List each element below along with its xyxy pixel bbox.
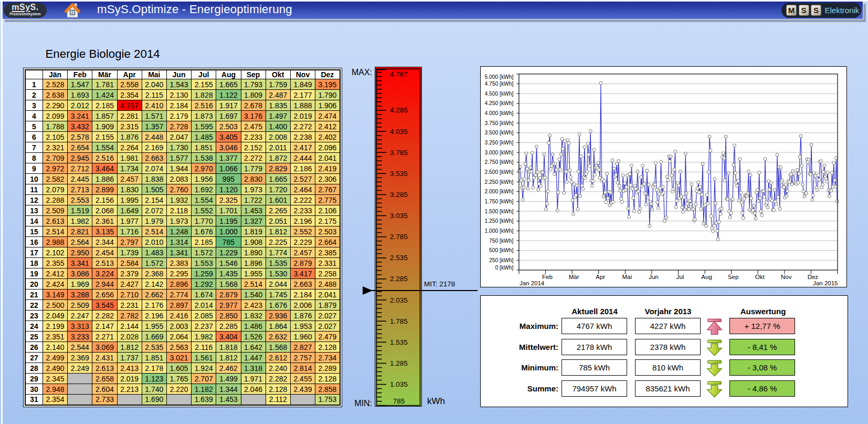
svg-text:3.500 [kWh]: 3.500 [kWh] xyxy=(484,130,513,136)
svg-text:2.785: 2.785 xyxy=(390,233,408,241)
svg-text:2.000 [kWh]: 2.000 [kWh] xyxy=(484,189,513,194)
svg-text:Jan 2015: Jan 2015 xyxy=(813,280,838,286)
svg-text:4.750 [kWh]: 4.750 [kWh] xyxy=(484,81,513,87)
svg-text:Jun: Jun xyxy=(649,273,659,280)
svg-text:4.500 [kWh]: 4.500 [kWh] xyxy=(484,90,513,96)
svg-text:785: 785 xyxy=(393,397,405,405)
svg-text:Apr: Apr xyxy=(596,273,605,280)
svg-text:3.250 [kWh]: 3.250 [kWh] xyxy=(484,140,513,146)
svg-text:2.750 [kWh]: 2.750 [kWh] xyxy=(484,159,513,165)
svg-text:4.035: 4.035 xyxy=(390,127,408,135)
svg-text:1.035: 1.035 xyxy=(390,380,408,388)
svg-text:1.785: 1.785 xyxy=(390,317,408,325)
svg-text:3.000 [kWh]: 3.000 [kWh] xyxy=(484,149,513,155)
svg-text:3.035: 3.035 xyxy=(390,212,408,220)
svg-text:3.785: 3.785 xyxy=(390,148,408,156)
svg-text:2.250 [kWh]: 2.250 [kWh] xyxy=(484,179,513,184)
svg-text:2.500 [kWh]: 2.500 [kWh] xyxy=(484,169,513,175)
svg-text:1.500 [kWh]: 1.500 [kWh] xyxy=(484,208,513,214)
svg-text:4.285: 4.285 xyxy=(390,106,408,114)
svg-text:1.285: 1.285 xyxy=(390,359,408,367)
svg-text:1.535: 1.535 xyxy=(390,338,408,346)
svg-text:4.000 [kWh]: 4.000 [kWh] xyxy=(484,110,513,116)
svg-text:Aug: Aug xyxy=(701,273,712,280)
svg-text:Jan 2014: Jan 2014 xyxy=(519,280,544,286)
svg-text:5.000 [kWh]: 5.000 [kWh] xyxy=(484,74,513,79)
svg-text:Mär: Mär xyxy=(568,273,579,280)
svg-text:1.000 [kWh]: 1.000 [kWh] xyxy=(484,228,513,234)
svg-text:2.035: 2.035 xyxy=(390,296,408,304)
svg-text:750 [kWh]: 750 [kWh] xyxy=(489,237,513,243)
svg-text:Feb: Feb xyxy=(542,273,553,280)
svg-text:1.750 [kWh]: 1.750 [kWh] xyxy=(484,199,513,204)
svg-text:3.750 [kWh]: 3.750 [kWh] xyxy=(484,120,513,126)
svg-text:Sep: Sep xyxy=(727,273,738,280)
svg-text:250 [kWh]: 250 [kWh] xyxy=(489,257,513,263)
svg-text:0 [kWh]: 0 [kWh] xyxy=(495,264,513,270)
svg-text:Jul: Jul xyxy=(676,273,684,280)
svg-text:4.767: 4.767 xyxy=(390,70,408,78)
svg-text:Nov: Nov xyxy=(781,273,792,280)
svg-text:2.285: 2.285 xyxy=(390,275,408,283)
svg-text:Dez: Dez xyxy=(807,273,818,280)
svg-text:1.250 [kWh]: 1.250 [kWh] xyxy=(484,218,513,224)
svg-text:Mai: Mai xyxy=(622,273,632,280)
svg-text:Okt: Okt xyxy=(755,273,765,280)
svg-text:500 [kWh]: 500 [kWh] xyxy=(489,247,513,253)
svg-text:3.285: 3.285 xyxy=(390,190,408,198)
svg-text:2.535: 2.535 xyxy=(390,254,408,262)
svg-text:4.250 [kWh]: 4.250 [kWh] xyxy=(484,100,513,106)
svg-text:3.535: 3.535 xyxy=(390,169,408,177)
